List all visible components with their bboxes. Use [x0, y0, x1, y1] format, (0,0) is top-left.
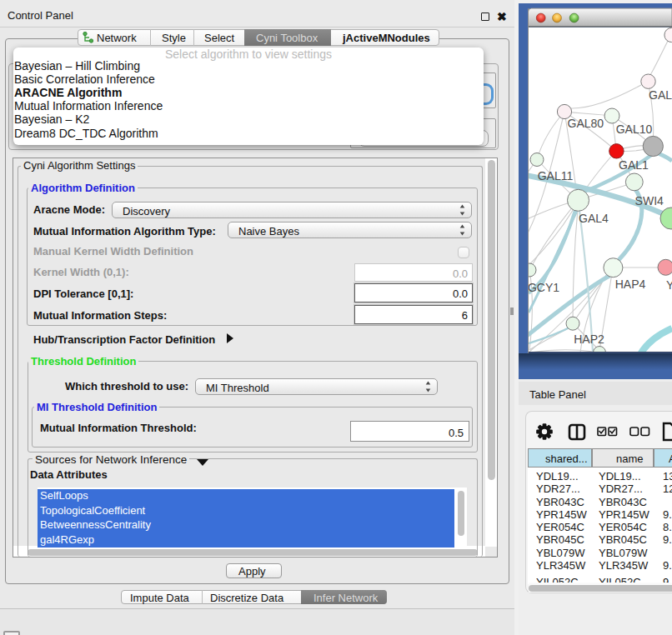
svg-text:GCY1: GCY1: [528, 281, 559, 294]
svg-text:GAL1: GAL1: [619, 158, 649, 172]
svg-text:GAL10: GAL10: [616, 122, 653, 136]
svg-text:GAL4: GAL4: [579, 212, 609, 225]
svg-text:GAL11: GAL11: [538, 169, 574, 182]
svg-text:HAP2: HAP2: [574, 332, 604, 346]
svg-text:HAP4: HAP4: [615, 278, 646, 291]
svg-text:Y: Y: [666, 278, 672, 292]
svg-text:GAL80: GAL80: [568, 117, 604, 130]
svg-text:SWI4: SWI4: [635, 194, 664, 208]
svg-text:GAL2: GAL2: [649, 88, 672, 102]
